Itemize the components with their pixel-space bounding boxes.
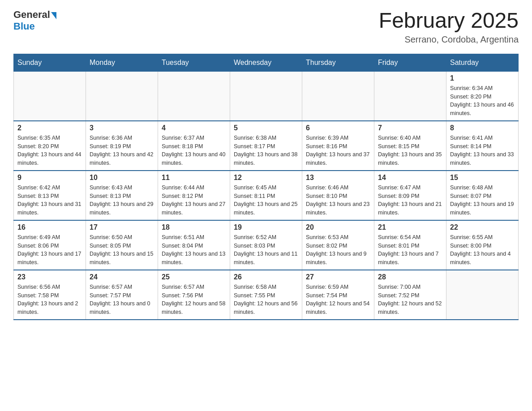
calendar-cell: 1Sunrise: 6:34 AM Sunset: 8:20 PM Daylig… xyxy=(446,71,519,121)
calendar-cell: 16Sunrise: 6:49 AM Sunset: 8:06 PM Dayli… xyxy=(14,220,86,270)
header-day-tuesday: Tuesday xyxy=(158,54,230,71)
day-info: Sunrise: 6:42 AM Sunset: 8:13 PM Dayligh… xyxy=(17,184,82,217)
logo-general-text: General xyxy=(13,9,50,21)
calendar-cell: 9Sunrise: 6:42 AM Sunset: 8:13 PM Daylig… xyxy=(14,171,86,220)
calendar-cell: 14Sunrise: 6:47 AM Sunset: 8:09 PM Dayli… xyxy=(374,171,446,220)
calendar-table: SundayMondayTuesdayWednesdayThursdayFrid… xyxy=(13,54,519,320)
calendar-cell: 5Sunrise: 6:38 AM Sunset: 8:17 PM Daylig… xyxy=(230,121,302,171)
day-number: 18 xyxy=(162,223,226,231)
day-number: 27 xyxy=(306,273,370,281)
day-info: Sunrise: 7:00 AM Sunset: 7:52 PM Dayligh… xyxy=(378,283,442,317)
day-info: Sunrise: 6:57 AM Sunset: 7:56 PM Dayligh… xyxy=(162,283,226,317)
calendar-body: 1Sunrise: 6:34 AM Sunset: 8:20 PM Daylig… xyxy=(14,71,519,320)
week-row-2: 9Sunrise: 6:42 AM Sunset: 8:13 PM Daylig… xyxy=(14,171,519,220)
day-number: 19 xyxy=(234,223,298,231)
calendar-cell: 23Sunrise: 6:56 AM Sunset: 7:58 PM Dayli… xyxy=(14,270,86,320)
day-number: 28 xyxy=(378,273,442,281)
header-day-sunday: Sunday xyxy=(14,54,86,71)
day-info: Sunrise: 6:38 AM Sunset: 8:17 PM Dayligh… xyxy=(234,134,298,167)
day-info: Sunrise: 6:58 AM Sunset: 7:55 PM Dayligh… xyxy=(234,283,298,317)
day-info: Sunrise: 6:53 AM Sunset: 8:02 PM Dayligh… xyxy=(306,233,370,267)
day-number: 21 xyxy=(378,223,442,231)
day-info: Sunrise: 6:46 AM Sunset: 8:10 PM Dayligh… xyxy=(306,184,370,217)
day-info: Sunrise: 6:59 AM Sunset: 7:54 PM Dayligh… xyxy=(306,283,370,317)
calendar-cell: 10Sunrise: 6:43 AM Sunset: 8:13 PM Dayli… xyxy=(86,171,158,220)
calendar-cell: 22Sunrise: 6:55 AM Sunset: 8:00 PM Dayli… xyxy=(446,220,519,270)
calendar-cell: 8Sunrise: 6:41 AM Sunset: 8:14 PM Daylig… xyxy=(446,121,519,171)
calendar-cell: 3Sunrise: 6:36 AM Sunset: 8:19 PM Daylig… xyxy=(86,121,158,171)
header-day-friday: Friday xyxy=(374,54,446,71)
calendar-cell: 11Sunrise: 6:44 AM Sunset: 8:12 PM Dayli… xyxy=(158,171,230,220)
day-number: 11 xyxy=(162,174,226,182)
day-number: 3 xyxy=(90,124,154,132)
day-info: Sunrise: 6:52 AM Sunset: 8:03 PM Dayligh… xyxy=(234,233,298,267)
calendar-cell: 15Sunrise: 6:48 AM Sunset: 8:07 PM Dayli… xyxy=(446,171,519,220)
day-info: Sunrise: 6:41 AM Sunset: 8:14 PM Dayligh… xyxy=(450,134,515,167)
week-row-4: 23Sunrise: 6:56 AM Sunset: 7:58 PM Dayli… xyxy=(14,270,519,320)
calendar-cell xyxy=(446,270,519,320)
day-number: 1 xyxy=(450,74,515,82)
day-number: 26 xyxy=(234,273,298,281)
calendar-cell: 6Sunrise: 6:39 AM Sunset: 8:16 PM Daylig… xyxy=(302,121,374,171)
day-number: 5 xyxy=(234,124,298,132)
day-number: 15 xyxy=(450,174,515,182)
day-info: Sunrise: 6:40 AM Sunset: 8:15 PM Dayligh… xyxy=(378,134,442,167)
calendar-cell xyxy=(14,71,86,121)
day-number: 9 xyxy=(17,174,82,182)
header-day-saturday: Saturday xyxy=(446,54,519,71)
header-day-monday: Monday xyxy=(86,54,158,71)
week-row-0: 1Sunrise: 6:34 AM Sunset: 8:20 PM Daylig… xyxy=(14,71,519,121)
day-number: 6 xyxy=(306,124,370,132)
calendar-cell: 19Sunrise: 6:52 AM Sunset: 8:03 PM Dayli… xyxy=(230,220,302,270)
calendar-cell xyxy=(374,71,446,121)
day-info: Sunrise: 6:37 AM Sunset: 8:18 PM Dayligh… xyxy=(162,134,226,167)
day-info: Sunrise: 6:43 AM Sunset: 8:13 PM Dayligh… xyxy=(90,184,154,217)
day-number: 22 xyxy=(450,223,515,231)
calendar-cell xyxy=(158,71,230,121)
calendar-cell: 21Sunrise: 6:54 AM Sunset: 8:01 PM Dayli… xyxy=(374,220,446,270)
calendar-cell: 13Sunrise: 6:46 AM Sunset: 8:10 PM Dayli… xyxy=(302,171,374,220)
month-year-title: February 2025 xyxy=(379,9,519,33)
day-info: Sunrise: 6:54 AM Sunset: 8:01 PM Dayligh… xyxy=(378,233,442,267)
calendar-cell: 12Sunrise: 6:45 AM Sunset: 8:11 PM Dayli… xyxy=(230,171,302,220)
day-info: Sunrise: 6:45 AM Sunset: 8:11 PM Dayligh… xyxy=(234,184,298,217)
day-number: 16 xyxy=(17,223,82,231)
day-info: Sunrise: 6:35 AM Sunset: 8:20 PM Dayligh… xyxy=(17,134,82,167)
logo-arrow-icon xyxy=(51,12,56,19)
calendar-cell: 24Sunrise: 6:57 AM Sunset: 7:57 PM Dayli… xyxy=(86,270,158,320)
day-number: 7 xyxy=(378,124,442,132)
calendar-cell: 25Sunrise: 6:57 AM Sunset: 7:56 PM Dayli… xyxy=(158,270,230,320)
calendar-cell xyxy=(86,71,158,121)
week-row-3: 16Sunrise: 6:49 AM Sunset: 8:06 PM Dayli… xyxy=(14,220,519,270)
calendar-cell: 17Sunrise: 6:50 AM Sunset: 8:05 PM Dayli… xyxy=(86,220,158,270)
calendar-cell xyxy=(230,71,302,121)
calendar-cell: 27Sunrise: 6:59 AM Sunset: 7:54 PM Dayli… xyxy=(302,270,374,320)
day-info: Sunrise: 6:47 AM Sunset: 8:09 PM Dayligh… xyxy=(378,184,442,217)
day-number: 17 xyxy=(90,223,154,231)
day-number: 23 xyxy=(17,273,82,281)
week-row-1: 2Sunrise: 6:35 AM Sunset: 8:20 PM Daylig… xyxy=(14,121,519,171)
logo: General Blue xyxy=(13,9,56,32)
calendar-cell: 20Sunrise: 6:53 AM Sunset: 8:02 PM Dayli… xyxy=(302,220,374,270)
day-info: Sunrise: 6:48 AM Sunset: 8:07 PM Dayligh… xyxy=(450,184,515,217)
calendar-cell: 18Sunrise: 6:51 AM Sunset: 8:04 PM Dayli… xyxy=(158,220,230,270)
day-number: 12 xyxy=(234,174,298,182)
day-number: 10 xyxy=(90,174,154,182)
day-number: 14 xyxy=(378,174,442,182)
calendar-cell: 2Sunrise: 6:35 AM Sunset: 8:20 PM Daylig… xyxy=(14,121,86,171)
header-day-wednesday: Wednesday xyxy=(230,54,302,71)
calendar-cell xyxy=(302,71,374,121)
page-header: General Blue February 2025 Serrano, Cord… xyxy=(13,9,519,45)
day-info: Sunrise: 6:57 AM Sunset: 7:57 PM Dayligh… xyxy=(90,283,154,317)
day-number: 24 xyxy=(90,273,154,281)
calendar-cell: 28Sunrise: 7:00 AM Sunset: 7:52 PM Dayli… xyxy=(374,270,446,320)
header-day-thursday: Thursday xyxy=(302,54,374,71)
calendar-header: SundayMondayTuesdayWednesdayThursdayFrid… xyxy=(14,54,519,71)
day-number: 13 xyxy=(306,174,370,182)
day-info: Sunrise: 6:50 AM Sunset: 8:05 PM Dayligh… xyxy=(90,233,154,267)
calendar-cell: 26Sunrise: 6:58 AM Sunset: 7:55 PM Dayli… xyxy=(230,270,302,320)
day-info: Sunrise: 6:56 AM Sunset: 7:58 PM Dayligh… xyxy=(17,283,82,317)
day-info: Sunrise: 6:51 AM Sunset: 8:04 PM Dayligh… xyxy=(162,233,226,267)
day-number: 8 xyxy=(450,124,515,132)
day-info: Sunrise: 6:36 AM Sunset: 8:19 PM Dayligh… xyxy=(90,134,154,167)
